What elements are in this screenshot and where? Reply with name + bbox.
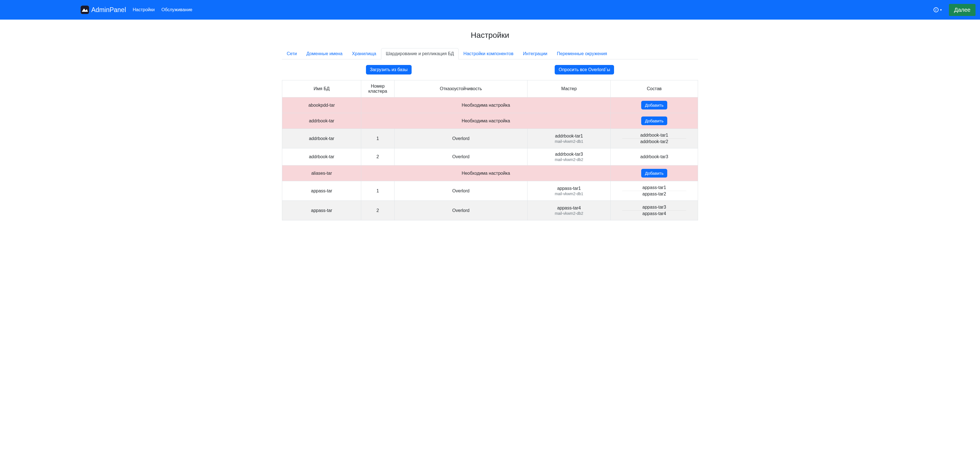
nav-link-maintenance[interactable]: Обслуживание <box>159 5 194 14</box>
cell-composition: Добавить <box>611 97 698 113</box>
nav-link-settings[interactable]: Настройки <box>130 5 157 14</box>
composition-item: addrbook-tar3 <box>622 154 687 160</box>
composition-item: appass-tar4 <box>622 210 687 217</box>
cell-config-message: Необходима настройка <box>361 113 611 129</box>
cell-master: appass-tar1mail-vkwm2-db1 <box>528 181 611 201</box>
cell-cluster-number: 2 <box>361 148 395 165</box>
brand-text: AdminPanel <box>91 6 126 14</box>
info-dropdown[interactable]: i ▼ <box>931 5 945 14</box>
cell-fault-tolerance: Overlord <box>394 148 527 165</box>
cell-config-message: Необходима настройка <box>361 165 611 181</box>
tab-6[interactable]: Переменные окружения <box>552 48 612 59</box>
cell-cluster-number: 1 <box>361 129 395 148</box>
composition-item: appass-tar2 <box>622 191 687 197</box>
add-button[interactable]: Добавить <box>641 169 667 178</box>
cell-fault-tolerance: Overlord <box>394 129 527 148</box>
cell-master-host: mail-vkwm2-db2 <box>531 211 607 216</box>
tab-3[interactable]: Шардирование и репликация БД <box>381 48 459 59</box>
tab-1[interactable]: Доменные имена <box>302 48 347 59</box>
composition-item: addrbook-tar1 <box>622 132 687 138</box>
cell-master-host: mail-vkwm2-db2 <box>531 158 607 162</box>
cell-composition: Добавить <box>611 113 698 129</box>
table-row: abookpdd-tarНеобходима настройкаДобавить <box>282 97 698 113</box>
action-row: Загрузить из базы Опросить все Overlord`… <box>366 65 614 75</box>
cell-cluster-number: 1 <box>361 181 395 201</box>
th-db-name: Имя БД <box>282 80 361 97</box>
table-row: addrbook-tar1Overlordaddrbook-tar1mail-v… <box>282 129 698 148</box>
cell-composition: appass-tar1appass-tar2 <box>611 181 698 201</box>
th-fault-tolerance: Отказоустойчивость <box>394 80 527 97</box>
tabs: СетиДоменные именаХранилищаШардирование … <box>282 48 698 59</box>
cell-config-message: Необходима настройка <box>361 97 611 113</box>
composition-item: addrbook-tar2 <box>622 138 687 145</box>
table-row: addrbook-tarНеобходима настройкаДобавить <box>282 113 698 129</box>
cell-composition: appass-tar3appass-tar4 <box>611 201 698 220</box>
sharding-table: Имя БД Номер кластера Отказоустойчивость… <box>282 80 698 220</box>
page-title: Настройки <box>282 31 698 40</box>
table-row: addrbook-tar2Overlordaddrbook-tar3mail-v… <box>282 148 698 165</box>
tab-4[interactable]: Настройки компонентов <box>459 48 518 59</box>
composition-item: appass-tar3 <box>622 204 687 210</box>
cell-fault-tolerance: Overlord <box>394 181 527 201</box>
cell-cluster-number: 2 <box>361 201 395 220</box>
cell-db-name: addrbook-tar <box>282 129 361 148</box>
cell-fault-tolerance: Overlord <box>394 201 527 220</box>
th-master: Мастер <box>528 80 611 97</box>
navbar: AdminPanel Настройки Обслуживание i ▼ Да… <box>0 0 980 20</box>
info-icon: i <box>934 7 939 12</box>
cell-master: addrbook-tar3mail-vkwm2-db2 <box>528 148 611 165</box>
poll-overlords-button[interactable]: Опросить все Overlord`ы <box>555 65 614 75</box>
cell-composition: Добавить <box>611 165 698 181</box>
next-button[interactable]: Далее <box>949 4 975 16</box>
brand-logo-icon <box>81 6 89 14</box>
cell-master-host: mail-vkwm2-db1 <box>531 191 607 196</box>
cell-master: addrbook-tar1mail-vkwm2-db1 <box>528 129 611 148</box>
table-row: aliases-tarНеобходима настройкаДобавить <box>282 165 698 181</box>
load-from-db-button[interactable]: Загрузить из базы <box>366 65 412 75</box>
tab-0[interactable]: Сети <box>282 48 302 59</box>
cell-db-name: appass-tar <box>282 201 361 220</box>
th-composition: Состав <box>611 80 698 97</box>
cell-composition: addrbook-tar3 <box>611 148 698 165</box>
chevron-down-icon: ▼ <box>940 8 942 11</box>
cell-db-name: addrbook-tar <box>282 113 361 129</box>
cell-db-name: appass-tar <box>282 181 361 201</box>
brand-link[interactable]: AdminPanel <box>81 6 126 14</box>
add-button[interactable]: Добавить <box>641 116 667 125</box>
cell-composition: addrbook-tar1addrbook-tar2 <box>611 129 698 148</box>
table-row: appass-tar1Overlordappass-tar1mail-vkwm2… <box>282 181 698 201</box>
tab-2[interactable]: Хранилища <box>347 48 381 59</box>
nav-links: Настройки Обслуживание <box>130 5 195 14</box>
table-row: appass-tar2Overlordappass-tar4mail-vkwm2… <box>282 201 698 220</box>
cell-db-name: abookpdd-tar <box>282 97 361 113</box>
cell-db-name: addrbook-tar <box>282 148 361 165</box>
tab-5[interactable]: Интеграции <box>518 48 552 59</box>
cell-master: appass-tar4mail-vkwm2-db2 <box>528 201 611 220</box>
th-cluster-number: Номер кластера <box>361 80 395 97</box>
cell-master-host: mail-vkwm2-db1 <box>531 139 607 144</box>
add-button[interactable]: Добавить <box>641 101 667 110</box>
composition-item: appass-tar1 <box>622 185 687 191</box>
cell-db-name: aliases-tar <box>282 165 361 181</box>
